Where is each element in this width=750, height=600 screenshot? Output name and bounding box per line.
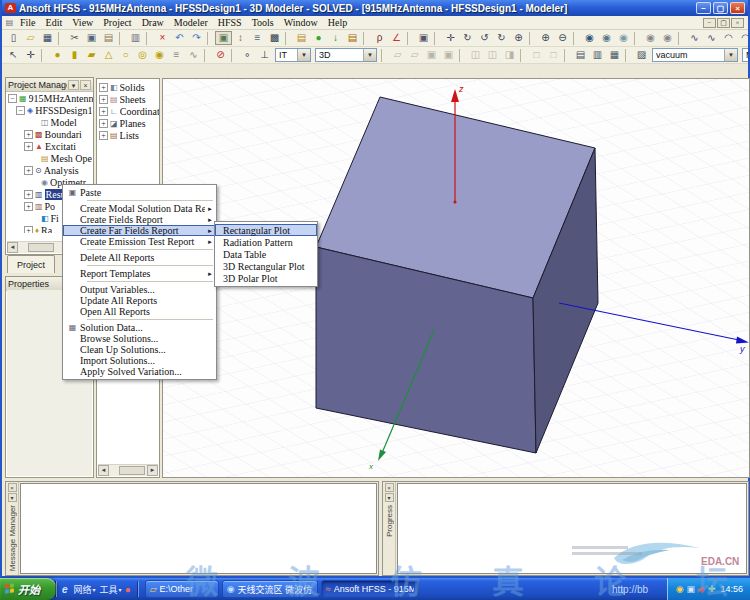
tree-expander-icon[interactable]: +: [99, 107, 108, 116]
measure-button[interactable]: ρ: [371, 31, 388, 45]
drawing-mode-dropdown[interactable]: 3D ▼: [315, 48, 377, 62]
tray-icon-2[interactable]: ▣: [686, 584, 695, 594]
draw-box-button[interactable]: ▰: [83, 48, 100, 62]
tree-expander-icon[interactable]: −: [16, 106, 25, 115]
panel-close-button[interactable]: ×: [385, 483, 394, 492]
menu-item-paste[interactable]: ▣ Paste: [63, 187, 216, 198]
tab-project[interactable]: Project: [7, 255, 55, 273]
chevron-down-icon[interactable]: ▼: [724, 49, 737, 61]
angle-button[interactable]: ∠: [388, 31, 405, 45]
duplicate-button[interactable]: ◫: [484, 48, 501, 62]
material-dropdown[interactable]: vacuum ▼: [652, 48, 738, 62]
mdi-child-icon[interactable]: ▤: [4, 18, 15, 27]
menu-item-open-all-reports[interactable]: Open All Reports: [63, 306, 216, 317]
new-button[interactable]: ▯: [5, 31, 22, 45]
tree-expander-icon[interactable]: +: [99, 83, 108, 92]
menu-item-data-table[interactable]: Data Table: [215, 248, 317, 260]
copy-image-button[interactable]: ▣: [415, 31, 432, 45]
tree-item-sheets[interactable]: + ▤ Sheets: [97, 93, 159, 105]
pan-button[interactable]: ✛: [442, 31, 459, 45]
show-button[interactable]: ◉: [659, 31, 676, 45]
copy-button[interactable]: ▣: [83, 31, 100, 45]
menu-item-rectangular-plot[interactable]: Rectangular Plot: [215, 224, 317, 236]
tree-expander-icon[interactable]: +: [99, 95, 108, 104]
tree-item-mesh-operations[interactable]: ▤ Mesh Ope: [6, 152, 93, 164]
open-button[interactable]: ▱: [22, 31, 39, 45]
restore-button[interactable]: ▢: [713, 2, 728, 14]
move-button[interactable]: ✛: [22, 48, 39, 62]
panel-pin-button[interactable]: ▾: [385, 493, 394, 502]
boundary-display-button[interactable]: ▨: [633, 48, 650, 62]
redo-button[interactable]: ↷: [188, 31, 205, 45]
scroll-left-icon[interactable]: ◄: [7, 242, 18, 253]
panel-close-button[interactable]: ×: [8, 483, 17, 492]
mdi-minimize-button[interactable]: −: [703, 18, 716, 28]
mirror-button[interactable]: ◫: [467, 48, 484, 62]
tree-item-coordinate-systems[interactable]: + ∟ Coordinate: [97, 105, 159, 117]
paste-button[interactable]: ▤: [100, 31, 117, 45]
menu-item-create-far-fields-report[interactable]: Create Far Fields Report ►: [63, 225, 216, 236]
menu-item-report-templates[interactable]: Report Templates ►: [63, 268, 216, 279]
menubar-item[interactable]: File: [15, 17, 41, 28]
task-ansoft-hfss[interactable]: ≈ Ansoft HFSS - 915MH...: [321, 580, 419, 598]
validate-button[interactable]: ●: [310, 31, 327, 45]
array-button[interactable]: □: [528, 48, 545, 62]
tray-icon-1[interactable]: ◉: [676, 584, 684, 594]
tree-item-lists[interactable]: + ▤ Lists: [97, 129, 159, 141]
mdi-restore-button[interactable]: ▢: [717, 18, 730, 28]
draw-bondwire-button[interactable]: ◉: [151, 48, 168, 62]
selection-mode-button[interactable]: ▣: [215, 31, 232, 45]
tree-expander-icon[interactable]: [30, 118, 39, 127]
menu-item-update-all-reports[interactable]: Update All Reports: [63, 295, 216, 306]
close-button[interactable]: ×: [730, 2, 745, 14]
quicklaunch-network-menu[interactable]: 网络 ▾: [73, 583, 96, 596]
scale-button[interactable]: □: [545, 48, 562, 62]
undo-button[interactable]: ↶: [171, 31, 188, 45]
draw-helix-button[interactable]: ◎: [134, 48, 151, 62]
fit-view-button[interactable]: ⊕: [510, 31, 527, 45]
panel-menu-button[interactable]: ▾: [68, 80, 79, 90]
split-button[interactable]: ▣: [423, 48, 440, 62]
tree-item-solids[interactable]: + ◧ Solids: [97, 81, 159, 93]
menu-item-create-modal-solution-data-report[interactable]: Create Modal Solution Data Report ►: [63, 203, 216, 214]
menu-item-delete-all-reports[interactable]: Delete All Reports: [63, 252, 216, 263]
modeler-tree-hscrollbar[interactable]: ◄ ►: [98, 464, 158, 476]
menubar-item[interactable]: Modeler: [169, 17, 213, 28]
tree-expander-icon[interactable]: +: [24, 166, 33, 175]
taskbar-clock[interactable]: 14:56: [720, 584, 743, 594]
view-top-button[interactable]: ◉: [598, 31, 615, 45]
zoom-in-button[interactable]: ⊕: [537, 31, 554, 45]
rotate-view-button[interactable]: ↻: [459, 31, 476, 45]
menu-item-apply-solved-variation[interactable]: Apply Solved Variation...: [63, 366, 216, 377]
tree-expander-icon[interactable]: +: [24, 226, 33, 234]
tree-expander-icon[interactable]: +: [99, 131, 108, 140]
panel-close-button[interactable]: ×: [80, 80, 91, 90]
menu-item-create-fields-report[interactable]: Create Fields Report ►: [63, 214, 216, 225]
swap-button[interactable]: ↕: [232, 31, 249, 45]
tree-item-design[interactable]: − ◈ HFSSDesign1: [6, 104, 93, 116]
orbit-button[interactable]: ↻: [493, 31, 510, 45]
tree-expander-icon[interactable]: +: [24, 142, 33, 151]
task-browser-antenna-forum[interactable]: ◉ 天线交流区 微波仿...: [222, 580, 318, 598]
draw-plane-button[interactable]: ≡: [168, 48, 185, 62]
selection-type-dropdown[interactable]: IT ▼: [275, 48, 311, 62]
project-manager-titlebar[interactable]: Project Manager ▾ ×: [6, 78, 93, 92]
menu-item-3d-polar-plot[interactable]: 3D Polar Plot: [215, 272, 317, 284]
cut-button[interactable]: ✂: [66, 31, 83, 45]
message-manager-content[interactable]: [20, 483, 377, 574]
scroll-left-icon[interactable]: ◄: [98, 465, 109, 476]
draw-curve-button[interactable]: ∿: [703, 31, 720, 45]
mdi-close-button[interactable]: ×: [731, 18, 744, 28]
view-bottom-button[interactable]: ◉: [615, 31, 632, 45]
menubar-item[interactable]: Project: [98, 17, 136, 28]
save-button[interactable]: ▦: [39, 31, 56, 45]
spin-view-button[interactable]: ↺: [476, 31, 493, 45]
draw-equation-curve-button[interactable]: ∿: [185, 48, 202, 62]
print-button[interactable]: ▥: [127, 31, 144, 45]
face-list-button[interactable]: ▥: [589, 48, 606, 62]
draw-arc3-button[interactable]: ◠: [737, 31, 748, 45]
start-button[interactable]: 开始: [0, 578, 56, 600]
list-button[interactable]: ≡: [249, 31, 266, 45]
draw-cone-button[interactable]: △: [100, 48, 117, 62]
menu-item-create-emission-test-report[interactable]: Create Emission Test Report ►: [63, 236, 216, 247]
